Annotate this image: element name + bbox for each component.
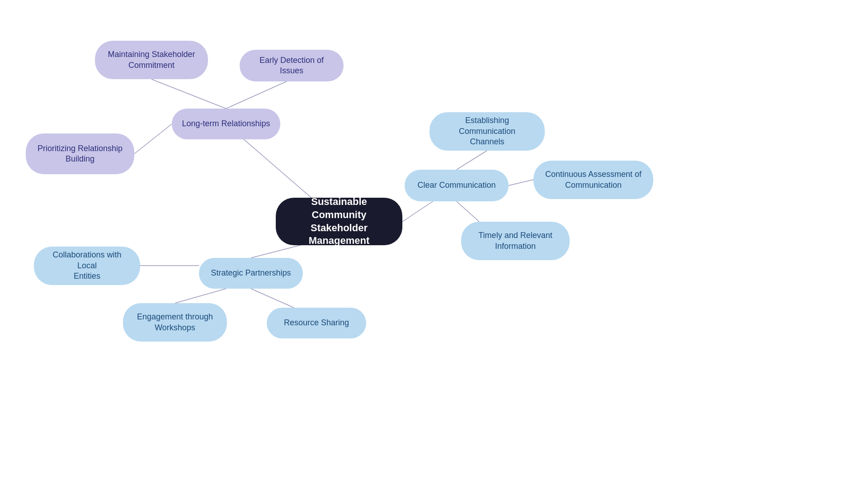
early-detection-label: Early Detection of Issues — [250, 55, 334, 76]
svg-line-10 — [175, 289, 226, 303]
node-strategic-partnerships: Strategic Partnerships — [199, 258, 303, 289]
node-long-term-relationships: Long-term Relationships — [172, 109, 280, 139]
prioritizing-relationship-label: Prioritizing Relationship Building — [38, 143, 123, 165]
mind-map: Sustainable Community Stakeholder Manage… — [0, 0, 868, 490]
engagement-workshops-label: Engagement through Workshops — [137, 312, 213, 333]
center-label: Sustainable Community Stakeholder Manage… — [286, 195, 392, 247]
node-clear-communication: Clear Communication — [405, 170, 509, 201]
maintaining-stakeholder-label: Maintaining Stakeholder Commitment — [108, 49, 195, 71]
long-term-relationships-label: Long-term Relationships — [182, 119, 270, 129]
svg-line-11 — [251, 289, 294, 308]
svg-line-6 — [509, 180, 533, 186]
node-resource-sharing: Resource Sharing — [267, 308, 366, 338]
establishing-communication-label: Establishing Communication Channels — [439, 115, 535, 147]
resource-sharing-label: Resource Sharing — [284, 318, 349, 328]
center-node: Sustainable Community Stakeholder Manage… — [276, 198, 402, 245]
node-timely-relevant: Timely and Relevant Information — [461, 222, 570, 260]
svg-line-1 — [151, 79, 226, 109]
node-continuous-assessment: Continuous Assessment of Communication — [533, 161, 653, 199]
svg-line-5 — [457, 151, 487, 170]
node-early-detection: Early Detection of Issues — [240, 50, 344, 81]
collaborations-local-label: Collaborations with Local Entities — [44, 250, 130, 281]
svg-line-2 — [226, 79, 292, 109]
continuous-assessment-label: Continuous Assessment of Communication — [545, 169, 642, 190]
node-prioritizing-relationship: Prioritizing Relationship Building — [26, 133, 134, 174]
node-establishing-communication: Establishing Communication Channels — [429, 112, 545, 151]
node-collaborations-local: Collaborations with Local Entities — [34, 247, 140, 285]
svg-line-7 — [457, 201, 479, 222]
node-engagement-workshops: Engagement through Workshops — [123, 303, 227, 342]
svg-line-3 — [134, 124, 172, 154]
clear-communication-label: Clear Communication — [417, 180, 495, 190]
timely-relevant-label: Timely and Relevant Information — [478, 230, 552, 252]
node-maintaining-stakeholder: Maintaining Stakeholder Commitment — [95, 41, 208, 79]
strategic-partnerships-label: Strategic Partnerships — [211, 268, 291, 278]
